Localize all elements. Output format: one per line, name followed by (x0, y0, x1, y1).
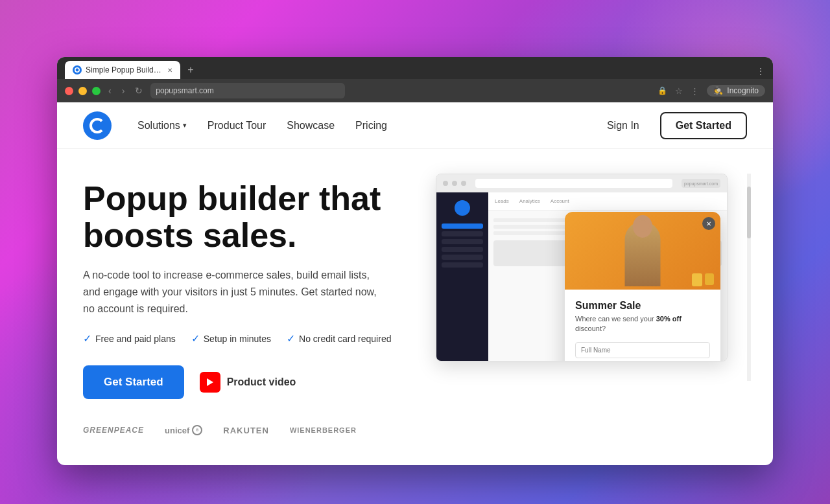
mockup-body: Leads Analytics Account Add + New (436, 192, 727, 361)
incognito-icon: 🕵 (713, 86, 723, 95)
nav-get-started-button[interactable]: Get Started (660, 112, 747, 139)
site-navbar: Solutions Product Tour Showcase Pricing … (57, 102, 773, 149)
nav-cta-area: Sign In Get Started (597, 112, 747, 139)
features-list: ✓ Free and paid plans ✓ Setup in minutes… (83, 332, 410, 345)
url-text: popupsmart.com (156, 86, 213, 95)
hero-get-started-button[interactable]: Get Started (83, 365, 184, 399)
cta-row: Get Started Product video (83, 365, 410, 399)
popup-fullname-input[interactable] (575, 342, 710, 358)
trust-logo-greenpeace: GREENPEACE (83, 426, 144, 435)
video-label: Product video (227, 376, 296, 388)
popup-subtitle: Where can we send your 30% off discount? (575, 314, 710, 334)
mockup-dot-1 (443, 181, 448, 186)
solutions-nav-link[interactable]: Solutions (137, 120, 187, 132)
svg-marker-1 (207, 378, 213, 386)
trust-logos: GREENPEACE unicef ® Rakuten wienerberger (83, 425, 410, 435)
browser-tab-active[interactable]: Simple Popup Builder That Bo... ✕ (65, 61, 180, 79)
tab-title: Simple Popup Builder That Bo... (86, 65, 163, 74)
svg-point-0 (75, 68, 79, 72)
tab-menu-button[interactable]: ⋮ (756, 66, 765, 76)
feature-3-label: No credit card required (299, 334, 391, 344)
nav-links: Solutions Product Tour Showcase Pricing (137, 120, 597, 132)
browser-mockup: popupsmart.com (436, 174, 728, 361)
mockup-sidebar-item-1 (442, 223, 483, 229)
check-icon-2: ✓ (191, 332, 200, 345)
scrollbar-thumb (747, 187, 751, 238)
mockup-tab-2: Analytics (519, 198, 540, 204)
trust-logo-rakuten: Rakuten (223, 426, 269, 435)
site-logo[interactable] (83, 111, 112, 140)
bookmark-icon[interactable]: ☆ (675, 86, 683, 96)
mockup-dot-3 (461, 181, 466, 186)
hero-content: Popup builder that boosts sales. A no-co… (83, 180, 410, 441)
hero-mockup: popupsmart.com (436, 174, 747, 381)
browser-menu-icon[interactable]: ⋮ (691, 86, 699, 96)
feature-free-plans: ✓ Free and paid plans (83, 332, 176, 345)
mockup-tab-3: Account (551, 198, 569, 204)
play-icon (200, 372, 220, 393)
new-tab-button[interactable]: + (183, 62, 198, 78)
mockup-main: Leads Analytics Account Add + New (488, 192, 727, 361)
feature-no-card: ✓ No credit card required (287, 332, 391, 345)
maximize-window-button[interactable] (92, 87, 101, 95)
mockup-sidebar (436, 192, 488, 361)
trust-logo-unicef: unicef ® (165, 425, 202, 435)
tab-favicon (73, 65, 82, 74)
forward-button[interactable]: › (119, 84, 128, 97)
mockup-toolbar: popupsmart.com (436, 174, 727, 192)
trust-logo-wienerberger: wienerberger (290, 426, 357, 434)
logo-icon (89, 118, 105, 133)
unicef-text: unicef (165, 426, 189, 435)
close-window-button[interactable] (65, 87, 73, 95)
mockup-tabs: Leads Analytics Account (488, 192, 727, 211)
popup-overlay: ✕ (565, 212, 720, 361)
pricing-nav-link[interactable]: Pricing (355, 120, 387, 132)
mockup-dot-2 (452, 181, 457, 186)
feature-2-label: Setup in minutes (204, 334, 271, 344)
sign-in-button[interactable]: Sign In (597, 115, 650, 137)
reload-button[interactable]: ↻ (132, 84, 145, 97)
popup-title: Summer Sale (575, 300, 710, 312)
product-tour-nav-link[interactable]: Product Tour (208, 120, 266, 132)
incognito-indicator: 🕵 Incognito (707, 85, 765, 97)
traffic-lights (65, 87, 101, 95)
hero-title-line1: Popup builder that (83, 179, 381, 217)
hero-title: Popup builder that boosts sales. (83, 180, 410, 254)
hero-subtitle: A no-code tool to increase e-commerce sa… (83, 267, 381, 317)
hero-section: Popup builder that boosts sales. A no-co… (57, 149, 773, 441)
unicef-circle-icon: ® (192, 425, 202, 435)
popup-subtitle-text: Where can we send your (575, 315, 654, 323)
incognito-label: Incognito (727, 86, 759, 95)
feature-1-label: Free and paid plans (95, 334, 176, 344)
extension-icon[interactable]: 🔒 (658, 86, 667, 95)
popup-close-button[interactable]: ✕ (702, 217, 715, 230)
feature-setup: ✓ Setup in minutes (191, 332, 271, 345)
page-scrollbar[interactable] (747, 174, 751, 381)
address-bar-actions: 🔒 ☆ ⋮ 🕵 Incognito (658, 85, 765, 97)
mockup-sidebar-item-4 (442, 247, 483, 252)
showcase-nav-link[interactable]: Showcase (287, 120, 335, 132)
url-input[interactable]: popupsmart.com (150, 83, 345, 98)
mockup-tab-1: Leads (495, 198, 509, 204)
mockup-sidebar-item-5 (442, 255, 483, 260)
check-icon-3: ✓ (287, 332, 295, 345)
tab-close-button[interactable]: ✕ (167, 67, 172, 74)
tab-bar: Simple Popup Builder That Bo... ✕ + ⋮ (57, 57, 773, 79)
mockup-sidebar-logo (455, 200, 470, 216)
website-content: Solutions Product Tour Showcase Pricing … (57, 102, 773, 441)
back-button[interactable]: ‹ (106, 84, 114, 97)
hero-title-line2: boosts sales. (83, 216, 296, 254)
product-video-link[interactable]: Product video (200, 372, 296, 393)
minimize-window-button[interactable] (78, 87, 87, 95)
popup-subtitle-end: discount? (575, 325, 606, 332)
popup-form: Summer Sale Where can we send your 30% o… (565, 290, 720, 361)
check-icon-1: ✓ (83, 332, 91, 345)
mockup-sidebar-item-3 (442, 239, 483, 244)
browser-window: Simple Popup Builder That Bo... ✕ + ⋮ ‹ … (57, 57, 773, 465)
address-bar: ‹ › ↻ popupsmart.com 🔒 ☆ ⋮ 🕵 Incognito (57, 79, 773, 102)
mockup-sidebar-item-2 (442, 231, 483, 236)
popup-discount: 30% off (656, 315, 682, 323)
popup-image (565, 212, 720, 290)
mockup-sidebar-item-6 (442, 262, 483, 268)
